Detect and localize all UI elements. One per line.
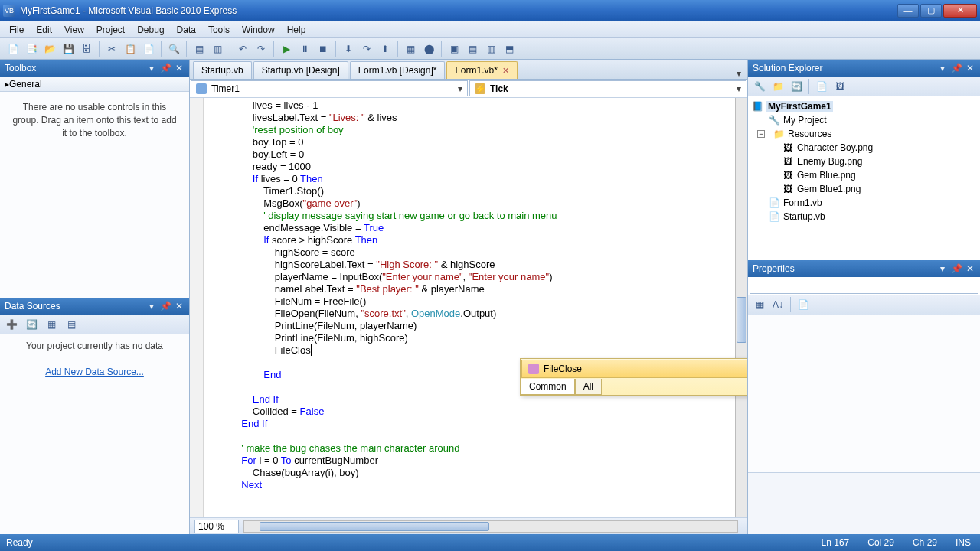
alphabetical-icon[interactable]: A↓: [769, 296, 786, 313]
tab-startup-design[interactable]: Startup.vb [Design]: [253, 61, 348, 79]
property-pages-icon[interactable]: 📄: [795, 296, 812, 313]
pin-icon[interactable]: 📌: [951, 63, 962, 73]
datasources-empty-text: Your project currently has no data: [6, 341, 183, 351]
close-icon[interactable]: ✕: [502, 66, 509, 76]
add-datasource-icon[interactable]: ➕: [3, 316, 20, 333]
close-button[interactable]: ✕: [943, 4, 977, 18]
intellisense-item[interactable]: FileClose: [521, 360, 747, 378]
zoom-dropdown[interactable]: 100 %: [194, 520, 239, 533]
ds-icon-3[interactable]: ▦: [43, 316, 60, 333]
close-icon[interactable]: ✕: [174, 301, 185, 311]
view-code-icon[interactable]: 📄: [813, 78, 830, 95]
menu-file[interactable]: File: [3, 22, 30, 37]
pin-icon[interactable]: 📌: [160, 63, 171, 73]
image-icon: 🖼: [782, 155, 794, 168]
collapse-icon[interactable]: −: [757, 130, 765, 138]
break-icon[interactable]: ⏸: [296, 41, 313, 57]
step-into-icon[interactable]: ⬇: [340, 41, 357, 57]
refresh-icon[interactable]: 🔄: [788, 78, 805, 95]
method-dropdown[interactable]: ⚡Tick▾: [469, 80, 746, 96]
close-icon[interactable]: ✕: [174, 63, 185, 73]
copy-icon[interactable]: 📋: [122, 41, 139, 57]
close-icon[interactable]: ✕: [965, 63, 975, 73]
resource-item[interactable]: 🖼Character Boy.png: [751, 141, 977, 155]
ext1-icon[interactable]: ▣: [446, 41, 462, 57]
menu-debug[interactable]: Debug: [131, 22, 170, 37]
breakpoints-icon[interactable]: ⬤: [420, 41, 437, 57]
file-node[interactable]: 📄Form1.vb: [751, 196, 977, 210]
resource-item[interactable]: 🖼Gem Blue.png: [751, 168, 977, 182]
project-node[interactable]: 📘MyFirstGame1: [751, 99, 977, 113]
pin-icon[interactable]: 📌: [951, 263, 962, 274]
folder-icon: 📁: [773, 128, 785, 140]
my-project-node[interactable]: 🔧My Project: [751, 113, 977, 127]
intellisense-popup[interactable]: FileClose Common All: [520, 358, 747, 396]
code-editor[interactable]: lives = lives - 1 livesLabel.Text = "Liv…: [190, 98, 747, 493]
properties-toolbar: ▦ A↓ 📄: [748, 295, 980, 315]
step-out-icon[interactable]: ⬆: [377, 41, 394, 57]
start-debug-icon[interactable]: ▶: [278, 41, 295, 57]
resources-node[interactable]: −📁Resources: [751, 127, 977, 141]
stop-icon[interactable]: ⏹: [315, 41, 332, 57]
menu-data[interactable]: Data: [171, 22, 202, 37]
menu-window[interactable]: Window: [236, 22, 281, 37]
step-over-icon[interactable]: ↷: [358, 41, 375, 57]
dropdown-icon[interactable]: ▾: [937, 263, 948, 274]
menu-help[interactable]: Help: [281, 22, 312, 37]
add-item-icon[interactable]: 📑: [23, 41, 40, 57]
tab-startup-vb[interactable]: Startup.vb: [193, 61, 252, 79]
save-icon[interactable]: 💾: [60, 41, 77, 57]
class-dropdown[interactable]: Timer1▾: [191, 80, 468, 96]
properties-grid[interactable]: [748, 315, 980, 474]
save-all-icon[interactable]: 🗄: [78, 41, 95, 57]
show-all-icon[interactable]: 📁: [769, 78, 786, 95]
tab-form1-vb[interactable]: Form1.vb*✕: [446, 61, 517, 79]
uncomment-icon[interactable]: ▥: [209, 41, 226, 57]
close-icon[interactable]: ✕: [965, 263, 975, 274]
undo-icon[interactable]: ↶: [234, 41, 251, 57]
dropdown-icon[interactable]: ▾: [146, 63, 157, 73]
ext2-icon[interactable]: ▤: [464, 41, 481, 57]
resource-item[interactable]: 🖼Gem Blue1.png: [751, 182, 977, 196]
ext3-icon[interactable]: ▥: [482, 41, 499, 57]
resource-item[interactable]: 🖼Enemy Bug.png: [751, 155, 977, 168]
intellisense-tab-all[interactable]: All: [575, 379, 602, 395]
view-designer-icon[interactable]: 🖼: [831, 78, 848, 95]
add-datasource-link[interactable]: Add New Data Source...: [6, 367, 183, 377]
horizontal-scrollbar[interactable]: [243, 520, 738, 533]
pin-icon[interactable]: 📌: [160, 301, 171, 311]
menu-tools[interactable]: Tools: [202, 22, 236, 37]
menu-view[interactable]: View: [58, 22, 90, 37]
properties-icon[interactable]: 🔧: [751, 78, 768, 95]
new-project-icon[interactable]: 📄: [5, 41, 21, 57]
open-icon[interactable]: 📂: [41, 41, 58, 57]
immediate-icon[interactable]: ▦: [402, 41, 419, 57]
cut-icon[interactable]: ✂: [103, 41, 120, 57]
find-icon[interactable]: 🔍: [165, 41, 182, 57]
dropdown-icon[interactable]: ▾: [937, 63, 948, 73]
maximize-button[interactable]: ▢: [920, 4, 942, 18]
minimize-button[interactable]: —: [897, 4, 919, 18]
ext4-icon[interactable]: ⬒: [501, 41, 518, 57]
tab-dropdown-icon[interactable]: ▾: [733, 68, 744, 79]
intellisense-tab-common[interactable]: Common: [521, 379, 575, 395]
chevron-down-icon: ▾: [737, 83, 741, 94]
app-icon: VB: [3, 5, 15, 17]
comment-icon[interactable]: ▤: [191, 41, 207, 57]
dropdown-icon[interactable]: ▾: [146, 301, 157, 311]
ds-icon-4[interactable]: ▤: [63, 316, 80, 333]
properties-object-dropdown[interactable]: [750, 279, 978, 294]
refresh-icon[interactable]: 🔄: [23, 316, 40, 333]
paste-icon[interactable]: 📄: [140, 41, 157, 57]
file-node[interactable]: 📄Startup.vb: [751, 210, 977, 223]
solution-tree[interactable]: 📘MyFirstGame1 🔧My Project −📁Resources 🖼C…: [748, 96, 980, 260]
menu-edit[interactable]: Edit: [30, 22, 58, 37]
categorized-icon[interactable]: ▦: [751, 296, 768, 313]
tab-form1-design[interactable]: Form1.vb [Design]*: [350, 61, 446, 79]
redo-icon[interactable]: ↷: [253, 41, 270, 57]
navigation-bar: Timer1▾ ⚡Tick▾: [190, 80, 747, 98]
properties-title: Properties: [753, 263, 795, 274]
menu-project[interactable]: Project: [90, 22, 131, 37]
toolbox-header: Toolbox ▾ 📌 ✕: [0, 60, 189, 77]
toolbox-general-group[interactable]: ▸ General: [0, 77, 189, 92]
